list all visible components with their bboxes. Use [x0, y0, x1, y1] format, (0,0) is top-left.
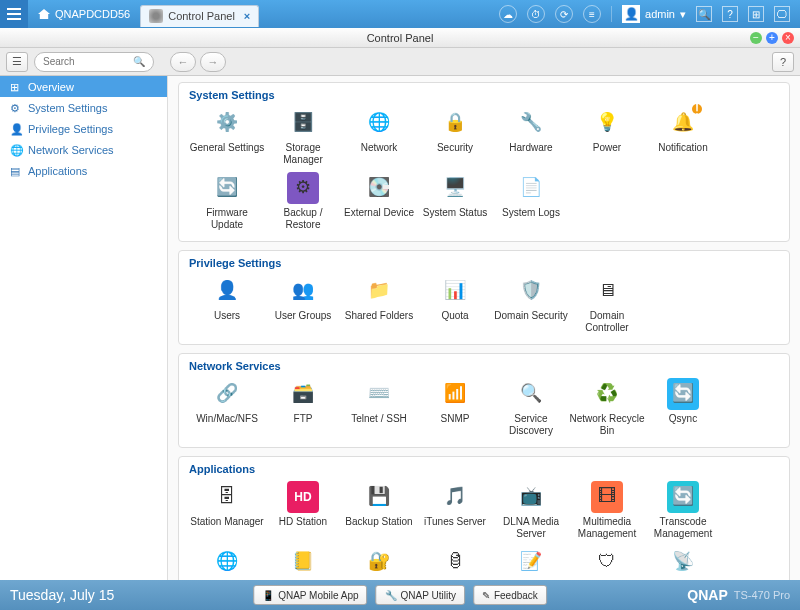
close-button[interactable]: ×	[782, 32, 794, 44]
item-quota[interactable]: 📊Quota	[417, 275, 493, 334]
hd-station-icon: HD	[287, 481, 319, 513]
shared-folders-icon: 📁	[363, 275, 395, 307]
back-button[interactable]: ←	[170, 52, 196, 72]
search-top-icon[interactable]: 🔍	[696, 6, 712, 22]
item-power[interactable]: 💡Power	[569, 107, 645, 166]
item-transcode-management[interactable]: 🔄Transcode Management	[645, 481, 721, 540]
item-users[interactable]: 👤Users	[189, 275, 265, 334]
item-qsync[interactable]: 🔄Qsync	[645, 378, 721, 437]
item-label: Notification	[658, 142, 707, 164]
tab-control-panel[interactable]: Control Panel ×	[140, 5, 259, 27]
transcode-management-icon: 🔄	[667, 481, 699, 513]
tab-close-button[interactable]: ×	[244, 10, 250, 22]
itunes-server-icon: 🎵	[439, 481, 471, 513]
feedback-icon: ✎	[482, 590, 490, 601]
item-mysql-server[interactable]: 🛢MySQL Server	[417, 546, 493, 580]
sidebar-item-network-services[interactable]: 🌐Network Services	[0, 139, 167, 160]
item-hardware[interactable]: 🔧Hardware	[493, 107, 569, 166]
item-multimedia-management[interactable]: 🎞Multimedia Management	[569, 481, 645, 540]
item-storage-manager[interactable]: 🗄️Storage Manager	[265, 107, 341, 166]
item-system-status[interactable]: 🖥️System Status	[417, 172, 493, 231]
item-security[interactable]: 🔒Security	[417, 107, 493, 166]
sidebar-item-applications[interactable]: ▤Applications	[0, 160, 167, 181]
general-settings-icon: ⚙️	[211, 107, 243, 139]
item-shared-folders[interactable]: 📁Shared Folders	[341, 275, 417, 334]
security-icon: 🔒	[439, 107, 471, 139]
minimize-button[interactable]: −	[750, 32, 762, 44]
web-server-icon: 🌐	[211, 546, 243, 578]
item-domain-controller[interactable]: 🖥Domain Controller	[569, 275, 645, 334]
item-ldap-server[interactable]: 📒LDAP Server	[265, 546, 341, 580]
item-label: Firmware Update	[189, 207, 265, 231]
item-web-server[interactable]: 🌐Web Server	[189, 546, 265, 580]
item-win-mac-nfs[interactable]: 🔗Win/Mac/NFS	[189, 378, 265, 437]
item-ftp[interactable]: 🗃️FTP	[265, 378, 341, 437]
item-itunes-server[interactable]: 🎵iTunes Server	[417, 481, 493, 540]
item-service-discovery[interactable]: 🔍Service Discovery	[493, 378, 569, 437]
item-general-settings[interactable]: ⚙️General Settings	[189, 107, 265, 166]
item-label: HD Station	[279, 516, 327, 538]
forward-button[interactable]: →	[200, 52, 226, 72]
toolbar: ☰ 🔍 ← → ?	[0, 48, 800, 76]
search-box[interactable]: 🔍	[34, 52, 154, 72]
item-network-recycle-bin[interactable]: ♻️Network Recycle Bin	[569, 378, 645, 437]
item-label: Domain Security	[494, 310, 567, 332]
item-radius-server[interactable]: 📡RADIUS Server	[645, 546, 721, 580]
users-icon: 👤	[211, 275, 243, 307]
item-label: FTP	[294, 413, 313, 435]
user-menu[interactable]: 👤 admin ▾	[622, 5, 686, 23]
sidebar-item-overview[interactable]: ⊞Overview	[0, 76, 167, 97]
sidebar-item-privilege-settings[interactable]: 👤Privilege Settings	[0, 118, 167, 139]
qnap-utility-icon: 🔧	[385, 590, 397, 601]
maximize-button[interactable]: +	[766, 32, 778, 44]
refresh-icon[interactable]: ⟳	[555, 5, 573, 23]
item-firmware-update[interactable]: 🔄Firmware Update	[189, 172, 265, 231]
mysql-server-icon: 🛢	[439, 546, 471, 578]
item-dlna-media-server[interactable]: 📺DLNA Media Server	[493, 481, 569, 540]
item-external-device[interactable]: 💽External Device	[341, 172, 417, 231]
item-station-manager[interactable]: 🗄Station Manager	[189, 481, 265, 540]
item-syslog-server[interactable]: 📝Syslog Server	[493, 546, 569, 580]
item-network[interactable]: 🌐Network	[341, 107, 417, 166]
item-hd-station[interactable]: HDHD Station	[265, 481, 341, 540]
item-backup-station[interactable]: 💾Backup Station	[341, 481, 417, 540]
username: admin	[645, 8, 675, 20]
dashboard-icon[interactable]: ⊞	[748, 6, 764, 22]
breadcrumb-home[interactable]: QNAPDCDD56	[28, 0, 140, 28]
help-button[interactable]: ?	[772, 52, 794, 72]
footer-btn-qnap-utility[interactable]: 🔧QNAP Utility	[376, 585, 465, 605]
item-notification[interactable]: 🔔!Notification	[645, 107, 721, 166]
search-icon: 🔍	[133, 56, 145, 67]
backup-station-icon: 💾	[363, 481, 395, 513]
search-input[interactable]	[43, 56, 133, 67]
item-domain-security[interactable]: 🛡️Domain Security	[493, 275, 569, 334]
item-label: Storage Manager	[265, 142, 341, 166]
item-vpn-service[interactable]: 🔐VPN Service	[341, 546, 417, 580]
cloud-icon[interactable]: ☁	[499, 5, 517, 23]
app-icon: ▤	[10, 165, 22, 177]
item-user-groups[interactable]: 👥User Groups	[265, 275, 341, 334]
item-antivirus[interactable]: 🛡Antivirus	[569, 546, 645, 580]
clock-icon[interactable]: ⏱	[527, 5, 545, 23]
multimedia-management-icon: 🎞	[591, 481, 623, 513]
sidebar-item-system-settings[interactable]: ⚙System Settings	[0, 97, 167, 118]
devices-icon[interactable]: ≡	[583, 5, 601, 23]
item-backup-restore[interactable]: ⚙Backup / Restore	[265, 172, 341, 231]
monitor-icon[interactable]: 🖵	[774, 6, 790, 22]
section-title: Applications	[189, 463, 779, 475]
item-label: Network	[361, 142, 398, 164]
footer-btn-feedback[interactable]: ✎Feedback	[473, 585, 547, 605]
footer-btn-qnap-mobile-app[interactable]: 📱QNAP Mobile App	[253, 585, 367, 605]
ftp-icon: 🗃️	[287, 378, 319, 410]
item-label: User Groups	[275, 310, 332, 332]
toggle-sidebar-button[interactable]: ☰	[6, 52, 28, 72]
qsync-icon: 🔄	[667, 378, 699, 410]
item-snmp[interactable]: 📶SNMP	[417, 378, 493, 437]
snmp-icon: 📶	[439, 378, 471, 410]
item-system-logs[interactable]: 📄System Logs	[493, 172, 569, 231]
help-top-icon[interactable]: ?	[722, 6, 738, 22]
menu-button[interactable]	[0, 0, 28, 28]
footer-btn-label: QNAP Utility	[401, 590, 456, 601]
item-telnet-ssh[interactable]: ⌨️Telnet / SSH	[341, 378, 417, 437]
item-label: Hardware	[509, 142, 552, 164]
